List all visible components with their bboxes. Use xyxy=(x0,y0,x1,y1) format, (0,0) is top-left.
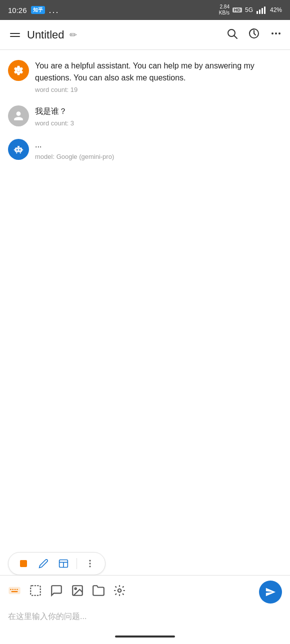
svg-point-32 xyxy=(118,589,122,593)
keyboard-icon[interactable] xyxy=(8,584,21,600)
home-bar-line xyxy=(115,636,175,638)
more-tool-button[interactable] xyxy=(82,556,98,572)
stop-button[interactable] xyxy=(16,556,32,572)
edit-title-button[interactable]: ✏ xyxy=(70,29,77,40)
message-system: You are a helpful assistant. You can hel… xyxy=(8,60,282,93)
svg-rect-26 xyxy=(14,589,16,590)
message-meta-bot: model: Google (gemini-pro) xyxy=(35,153,282,160)
status-bar: 10:26 知乎 ... 2.84 KB/s HD 5G 42% xyxy=(0,0,290,20)
pen-button[interactable] xyxy=(36,556,52,572)
message-content-bot: ... model: Google (gemini-pro) xyxy=(35,139,282,160)
message-content-system: You are a helpful assistant. You can hel… xyxy=(35,60,282,93)
layout-button[interactable] xyxy=(56,556,72,572)
chat-icon[interactable] xyxy=(50,584,63,600)
svg-rect-24 xyxy=(10,589,11,590)
avatar-system xyxy=(8,60,29,81)
svg-rect-16 xyxy=(20,560,27,567)
svg-rect-1 xyxy=(259,9,260,14)
svg-point-7 xyxy=(272,32,274,34)
svg-point-22 xyxy=(89,566,90,567)
image-icon[interactable] xyxy=(71,584,84,600)
app-header: Untitled ✏ xyxy=(0,20,290,50)
svg-point-13 xyxy=(19,149,20,151)
tools-icon[interactable] xyxy=(113,584,126,600)
svg-point-12 xyxy=(16,149,18,151)
home-bar xyxy=(0,629,290,644)
input-toolbar xyxy=(0,576,290,609)
svg-rect-0 xyxy=(256,11,258,14)
status-time: 10:26 xyxy=(8,6,27,14)
select-icon[interactable] xyxy=(29,584,42,600)
toolbar-divider xyxy=(76,558,77,569)
svg-line-5 xyxy=(234,35,238,38)
signal-indicator: 5G xyxy=(245,6,253,13)
svg-rect-25 xyxy=(12,589,14,590)
toolbar-row xyxy=(0,548,290,575)
input-area: 在这里输入你的问题... xyxy=(0,575,290,629)
toolbar-pill xyxy=(8,552,106,575)
svg-point-15 xyxy=(18,145,19,146)
svg-rect-29 xyxy=(30,586,40,596)
status-badge: 知乎 xyxy=(31,6,45,14)
svg-point-9 xyxy=(278,32,280,34)
hd-badge: HD xyxy=(232,7,242,12)
input-placeholder[interactable]: 在这里输入你的问题... xyxy=(8,612,282,622)
avatar-bot xyxy=(8,139,29,160)
battery-indicator: 42% xyxy=(270,6,282,13)
status-right: 2.84 KB/s HD 5G 42% xyxy=(219,4,282,16)
message-meta-system: word count: 19 xyxy=(35,86,282,93)
svg-rect-11 xyxy=(15,147,22,152)
menu-button[interactable] xyxy=(8,31,22,39)
status-dots: ... xyxy=(49,5,60,15)
message-bot: ... model: Google (gemini-pro) xyxy=(8,139,282,160)
svg-rect-27 xyxy=(16,589,18,590)
header-actions xyxy=(226,27,282,42)
history-button[interactable] xyxy=(248,27,260,42)
send-button[interactable] xyxy=(259,581,282,604)
input-field-row[interactable]: 在这里输入你的问题... xyxy=(0,609,290,629)
avatar-user xyxy=(8,105,29,126)
chat-area: You are a helpful assistant. You can hel… xyxy=(0,50,290,548)
svg-rect-23 xyxy=(9,588,20,594)
message-content-user: 我是谁？ word count: 3 xyxy=(35,105,282,127)
status-network: 2.84 KB/s xyxy=(219,4,230,16)
svg-point-21 xyxy=(89,563,90,564)
svg-rect-28 xyxy=(12,591,18,592)
search-button[interactable] xyxy=(226,27,238,42)
signal-bars-icon xyxy=(256,4,267,15)
message-text-bot: ... xyxy=(35,139,282,151)
page-title: Untitled xyxy=(27,28,64,41)
folder-icon[interactable] xyxy=(92,584,105,600)
svg-rect-2 xyxy=(262,8,263,14)
status-left: 10:26 知乎 ... xyxy=(8,5,60,15)
message-user: 我是谁？ word count: 3 xyxy=(8,105,282,127)
more-options-button[interactable] xyxy=(270,27,282,42)
message-text-system: You are a helpful assistant. You can hel… xyxy=(35,60,282,84)
svg-point-31 xyxy=(75,588,76,590)
header-left: Untitled ✏ xyxy=(8,28,226,41)
svg-point-8 xyxy=(275,32,277,34)
message-text-user: 我是谁？ xyxy=(35,105,282,117)
message-meta-user: word count: 3 xyxy=(35,119,282,127)
svg-rect-3 xyxy=(264,6,266,14)
send-icon xyxy=(265,587,276,598)
svg-point-20 xyxy=(89,560,90,562)
